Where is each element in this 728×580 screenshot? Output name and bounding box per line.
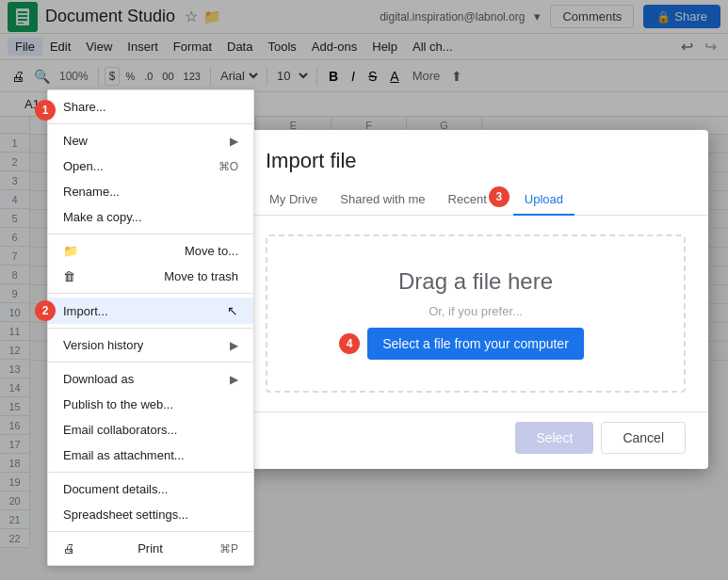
rename-label: Rename...	[63, 185, 120, 199]
menu-share[interactable]: Share...	[48, 94, 253, 120]
menu-open[interactable]: Open... ⌘O	[48, 153, 253, 179]
badge-1: 1	[35, 100, 56, 121]
dialog-footer: Select Cancel	[243, 411, 708, 469]
download-arrow: ▶	[230, 373, 238, 386]
menu-import[interactable]: Import... ↖	[48, 298, 253, 324]
folder-menu-icon: 📁	[63, 244, 78, 258]
menu-sep2	[48, 234, 253, 234]
email-collab-label: Email collaborators...	[63, 423, 177, 437]
print-menu-icon: 🖨	[63, 541, 75, 556]
import-dialog: Import file My Drive Shared with me Rece…	[243, 130, 708, 469]
select-button[interactable]: Select	[515, 422, 593, 454]
drop-zone[interactable]: Drag a file here Or, if you prefer... 4 …	[266, 234, 686, 393]
badge-3: 3	[489, 186, 510, 207]
tab-my-drive[interactable]: My Drive	[258, 185, 329, 216]
drop-zone-text: Drag a file here	[398, 268, 553, 295]
menu-doc-details[interactable]: Document details...	[48, 476, 253, 502]
version-arrow: ▶	[230, 339, 238, 352]
cursor-icon: ↖	[227, 303, 238, 318]
menu-sep6	[48, 472, 253, 473]
import-label: Import...	[63, 304, 108, 318]
menu-sep4	[48, 328, 253, 329]
dialog-body: Drag a file here Or, if you prefer... 4 …	[243, 216, 708, 411]
menu-download-as[interactable]: Download as ▶	[48, 366, 253, 392]
menu-publish-web[interactable]: Publish to the web...	[48, 392, 253, 417]
email-attachment-label: Email as attachment...	[63, 448, 185, 462]
download-as-label: Download as	[63, 372, 134, 386]
new-label: New	[63, 134, 88, 148]
menu-sep1	[48, 123, 253, 124]
menu-sep5	[48, 362, 253, 362]
menu-sep3	[48, 293, 253, 294]
select-file-container: 4 Select a file from your computer	[367, 328, 584, 360]
menu-version-history[interactable]: Version history ▶	[48, 332, 253, 358]
menu-print[interactable]: 🖨 Print ⌘P	[48, 536, 253, 561]
menu-make-copy[interactable]: Make a copy...	[48, 204, 253, 230]
doc-details-label: Document details...	[63, 482, 168, 496]
menu-sep7	[48, 531, 253, 532]
make-copy-label: Make a copy...	[63, 210, 142, 224]
dialog-tabs: My Drive Shared with me Recent 3 Upload	[243, 185, 708, 216]
open-label: Open...	[63, 159, 104, 173]
spreadsheet-settings-label: Spreadsheet settings...	[63, 508, 188, 522]
publish-web-label: Publish to the web...	[63, 397, 173, 411]
version-history-label: Version history	[63, 338, 143, 352]
tab-recent[interactable]: Recent 3	[437, 185, 498, 216]
menu-move-trash[interactable]: 🗑 Move to trash	[48, 264, 253, 289]
open-shortcut: ⌘O	[218, 160, 238, 173]
drop-or-text: Or, if you prefer...	[429, 304, 523, 318]
select-file-button[interactable]: Select a file from your computer	[367, 328, 584, 360]
trash-menu-icon: 🗑	[63, 269, 75, 283]
menu-spreadsheet-settings[interactable]: Spreadsheet settings...	[48, 502, 253, 527]
move-to-label: Move to...	[185, 244, 238, 258]
badge-4: 4	[339, 333, 360, 354]
tab-recent-label: Recent	[448, 192, 487, 206]
menu-move-to[interactable]: 📁 Move to...	[48, 238, 253, 264]
cancel-button[interactable]: Cancel	[601, 422, 686, 454]
new-arrow: ▶	[230, 135, 238, 148]
print-shortcut: ⌘P	[219, 542, 238, 556]
menu-email-attachment[interactable]: Email as attachment...	[48, 443, 253, 468]
share-menu-label: Share...	[63, 100, 106, 114]
dialog-title: Import file	[243, 130, 708, 173]
menu-rename[interactable]: Rename...	[48, 179, 253, 204]
print-label: Print	[138, 541, 163, 556]
tab-upload[interactable]: Upload	[513, 185, 574, 216]
import-container: 2 Import... ↖	[48, 298, 253, 324]
file-dropdown-menu: 1 Share... New ▶ Open... ⌘O Rename... Ma…	[47, 89, 254, 566]
menu-email-collaborators[interactable]: Email collaborators...	[48, 417, 253, 443]
badge-2: 2	[35, 300, 56, 321]
menu-new[interactable]: New ▶	[48, 128, 253, 153]
move-trash-label: Move to trash	[164, 269, 238, 283]
tab-shared-with-me[interactable]: Shared with me	[329, 185, 436, 216]
